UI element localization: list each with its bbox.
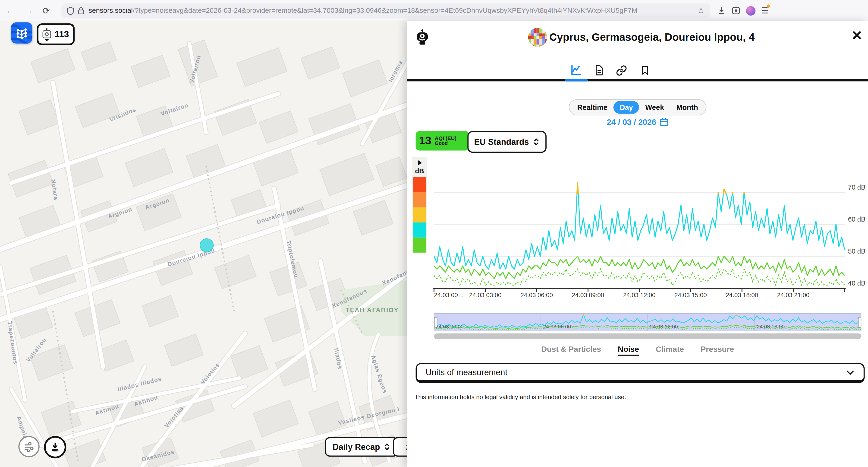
tab-chart[interactable]: [567, 62, 586, 78]
app-logo[interactable]: [11, 22, 32, 43]
range-tab-week[interactable]: Week: [639, 101, 670, 114]
tabbar-active-indicator: [565, 79, 588, 81]
close-icon[interactable]: ✕: [851, 29, 863, 42]
range-selector[interactable]: 24.03 00:0024.03 06:0024.03 12:0024.03 1…: [434, 313, 861, 333]
legend-collapse-icon[interactable]: [417, 160, 422, 166]
x-axis-label: 24.03 09:00: [572, 292, 604, 298]
menu-icon[interactable]: ☰: [761, 5, 768, 16]
lock-icon: [78, 7, 84, 14]
robot-icon: [415, 29, 430, 46]
standards-dropdown[interactable]: EU Standards: [467, 131, 547, 153]
tab-link[interactable]: [612, 62, 631, 78]
category-tab-pressure[interactable]: Pressure: [701, 345, 734, 356]
range-handle-left[interactable]: [434, 317, 437, 327]
legend-color: [413, 223, 426, 238]
tab-details[interactable]: [589, 62, 609, 78]
document-icon: [593, 64, 604, 77]
downloads-icon[interactable]: [717, 6, 726, 15]
app-logo-icon: [11, 22, 32, 43]
range-tab-day[interactable]: Day: [614, 101, 639, 114]
bookmark-star-icon[interactable]: ☆: [697, 5, 705, 16]
sensor-avatar: [528, 28, 547, 47]
range-tab-realtime[interactable]: Realtime: [571, 101, 614, 114]
url-bar[interactable]: sensors.social/?type=noiseavg&date=2026-…: [61, 3, 711, 18]
y-axis-label: 70 dB: [848, 183, 865, 191]
shield-icon: [67, 6, 74, 15]
legend-color: [413, 192, 426, 207]
range-handle-right[interactable]: [858, 317, 861, 327]
x-axis-label: 24.03 18:00: [726, 292, 758, 298]
back-icon[interactable]: ←: [3, 3, 18, 18]
y-axis-label: 40 dB: [848, 280, 865, 287]
date-label: 24 / 03 / 2026: [607, 118, 656, 126]
mini-x-label: 24.03 06:00: [543, 324, 571, 329]
street-label: Agias Egeos: [370, 354, 389, 394]
units-accordion-label: Units of measurement: [426, 367, 507, 377]
map-canvas[interactable]: VoltairouVoltairouVoltairouIeremiaNotara…: [0, 21, 407, 467]
street-label: Notara: [50, 179, 59, 201]
range-tabs: RealtimeDayWeekMonth: [569, 99, 706, 115]
download-icon: [50, 441, 61, 453]
mini-x-label: 24.03 12:00: [650, 324, 678, 329]
legend-color-scale: [413, 177, 426, 253]
extensions-icon[interactable]: [732, 6, 740, 15]
sensor-marker[interactable]: [200, 239, 214, 252]
x-axis-label: 24.03 21:00: [777, 292, 810, 298]
tabbar-divider: [407, 79, 868, 81]
forward-icon[interactable]: →: [21, 3, 36, 18]
chart-icon: [570, 64, 582, 77]
sensor-icon: [41, 27, 53, 42]
y-axis-label: 50 dB: [848, 247, 865, 255]
street-label: Voltairou: [160, 101, 189, 117]
download-data-button[interactable]: [44, 436, 66, 458]
x-axis-label: 24.03 06:00: [520, 292, 553, 298]
wind-layer-button[interactable]: [18, 436, 39, 457]
tab-bookmark[interactable]: [635, 62, 654, 78]
toolbar-actions: ☰: [717, 5, 774, 16]
disclaimer-text: This information holds no legal validity…: [414, 393, 626, 400]
sensor-panel: Cyprus, Germasogeia, Doureiou Ippou, 4 ✕: [407, 21, 868, 467]
page: ← → ⟳ sensors.social/?type=noiseavg&date…: [0, 0, 868, 467]
bookmark-icon: [640, 64, 650, 77]
reload-icon[interactable]: ⟳: [39, 3, 54, 18]
mini-x-label: 24.03 18:00: [757, 324, 785, 329]
panel-title: Cyprus, Germasogeia, Doureiou Ippou, 4: [549, 31, 817, 43]
sensor-counter-badge[interactable]: 113: [37, 23, 74, 45]
range-tab-month[interactable]: Month: [670, 101, 704, 114]
aqi-badge: 13 AQI (EU) Good: [416, 131, 469, 150]
category-tab-climate[interactable]: Climate: [656, 345, 684, 356]
sensor-count: 113: [55, 29, 69, 39]
x-axis-label: 24.03 15:00: [674, 292, 707, 298]
content: VoltairouVoltairouVoltairouIeremiaNotara…: [0, 21, 868, 467]
daily-recap-label: Daily Recap: [333, 442, 380, 452]
legend-color: [413, 177, 426, 192]
link-icon: [615, 64, 627, 76]
updown-chevron-icon: [533, 137, 540, 147]
units-accordion[interactable]: Units of measurement: [416, 363, 865, 383]
map[interactable]: VoltairouVoltairouVoltairouIeremiaNotara…: [0, 21, 407, 467]
profile-avatar[interactable]: [746, 6, 755, 15]
calendar-icon: [659, 118, 669, 126]
noise-chart[interactable]: 70 dB60 dB50 dB40 dB 24.03 00…24.03 03:0…: [433, 167, 867, 303]
category-tabs: Dust & ParticlesNoiseClimatePressure: [407, 345, 868, 356]
panel-tabs: [407, 62, 868, 81]
x-axis-label: 24.03 12:00: [623, 292, 656, 298]
legend-color: [413, 207, 426, 223]
chevron-down-icon: [846, 370, 855, 375]
chart-scrollbar[interactable]: [434, 333, 861, 339]
aqi-value: 13: [419, 135, 431, 147]
daily-recap-dropdown[interactable]: Daily Recap: [325, 437, 399, 457]
menu-notification-dot: [767, 4, 770, 8]
url-text: sensors.social/?type=noiseavg&date=2026-…: [89, 7, 694, 14]
wind-icon: [23, 441, 34, 452]
aqi-label: AQI (EU): [435, 135, 457, 141]
date-picker[interactable]: 24 / 03 / 2026: [407, 118, 868, 126]
category-tab-noise[interactable]: Noise: [618, 345, 639, 356]
browser-toolbar: ← → ⟳ sensors.social/?type=noiseavg&date…: [0, 0, 868, 22]
category-tab-dust-particles[interactable]: Dust & Particles: [541, 345, 601, 356]
y-axis-label: 60 dB: [848, 215, 865, 223]
x-axis-label: 24.03 03:00: [469, 292, 502, 298]
map-date-button[interactable]: 24: [393, 437, 407, 457]
standards-label: EU Standards: [474, 137, 529, 147]
updown-chevron-icon: [383, 442, 391, 452]
